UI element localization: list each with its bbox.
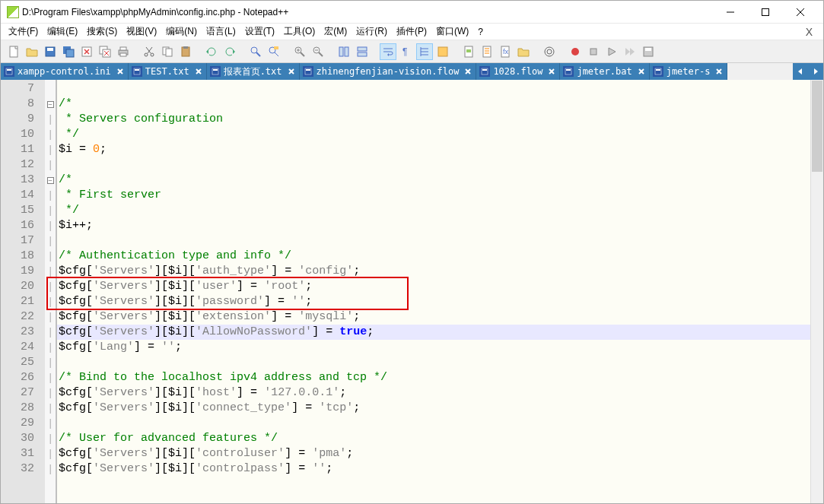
doc-list-icon[interactable] xyxy=(479,43,495,60)
line-number[interactable]: 23 xyxy=(1,325,45,340)
doc-map-icon[interactable] xyxy=(460,43,477,60)
code-line[interactable]: $cfg['Servers'][$i]['password'] = ''; xyxy=(57,294,810,309)
code-line[interactable] xyxy=(57,355,810,370)
line-number[interactable]: 13 xyxy=(1,173,45,188)
menu-run[interactable]: 运行(R) xyxy=(352,24,392,40)
tab-5[interactable]: jmeter.bat xyxy=(560,63,649,80)
code-line[interactable]: * Servers configuration xyxy=(57,112,810,127)
tab-close-icon[interactable] xyxy=(714,67,724,76)
code-line[interactable]: $cfg['Lang'] = ''; xyxy=(57,340,810,355)
code-line[interactable]: */ xyxy=(57,127,810,142)
code-line[interactable]: $cfg['Servers'][$i]['controluser'] = 'pm… xyxy=(57,446,810,461)
userlang-icon[interactable] xyxy=(434,43,451,60)
menu-macro[interactable]: 宏(M) xyxy=(320,24,352,40)
minimize-button[interactable] xyxy=(713,2,747,23)
code-line[interactable] xyxy=(57,157,810,173)
line-number[interactable]: 28 xyxy=(1,401,45,416)
cut-icon[interactable] xyxy=(141,43,157,60)
line-number[interactable]: 22 xyxy=(1,309,45,325)
menu-encoding[interactable]: 编码(N) xyxy=(161,24,202,40)
code-line[interactable]: $cfg['Servers'][$i]['controlpass'] = ''; xyxy=(57,461,810,477)
menu-search[interactable]: 搜索(S) xyxy=(82,24,122,40)
fold-toggle-icon[interactable]: − xyxy=(47,101,54,108)
line-number[interactable]: 16 xyxy=(1,218,45,233)
tab-2[interactable]: 报表首页.txt xyxy=(207,63,300,80)
copy-icon[interactable] xyxy=(159,43,176,60)
line-number[interactable]: 24 xyxy=(1,340,45,355)
line-number[interactable]: 32 xyxy=(1,461,45,477)
code-line[interactable]: /* Bind to the localhost ipv4 address an… xyxy=(57,370,810,385)
code-line[interactable]: /* xyxy=(57,97,810,112)
line-number[interactable]: 12 xyxy=(1,157,45,173)
print-icon[interactable] xyxy=(115,43,132,60)
sync-vscroll-icon[interactable] xyxy=(336,43,352,60)
line-number-gutter[interactable]: 7891011121314151617181920212223242526272… xyxy=(1,80,45,503)
code-line[interactable]: /* xyxy=(57,173,810,188)
tab-0[interactable]: xampp-control.ini xyxy=(1,63,129,80)
tab-close-icon[interactable] xyxy=(116,67,125,76)
code-line[interactable]: /* Authentication type and info */ xyxy=(57,249,810,264)
line-number[interactable]: 11 xyxy=(1,142,45,157)
tab-1[interactable]: TEST.txt xyxy=(129,63,207,80)
tab-6[interactable]: jmeter-s xyxy=(650,63,728,80)
tab-close-icon[interactable] xyxy=(194,67,203,76)
menu-settings[interactable]: 设置(T) xyxy=(240,24,279,40)
paste-icon[interactable] xyxy=(177,43,194,60)
line-number[interactable]: 20 xyxy=(1,279,45,294)
menu-help[interactable]: ? xyxy=(473,25,488,39)
code-line[interactable] xyxy=(57,416,810,431)
menu-edit[interactable]: 编辑(E) xyxy=(43,24,82,40)
line-number[interactable]: 30 xyxy=(1,431,45,446)
line-number[interactable]: 10 xyxy=(1,127,45,142)
fold-cell[interactable]: − xyxy=(45,97,56,112)
scrollbar-thumb[interactable] xyxy=(812,81,822,172)
line-number[interactable]: 27 xyxy=(1,385,45,401)
line-number[interactable]: 8 xyxy=(1,97,45,112)
replace-icon[interactable] xyxy=(266,43,282,60)
open-file-icon[interactable] xyxy=(24,43,40,60)
tab-3[interactable]: zhinengfenjian-vision.flow xyxy=(300,63,477,80)
zoom-out-icon[interactable] xyxy=(310,43,326,60)
sync-hscroll-icon[interactable] xyxy=(354,43,371,60)
maximize-button[interactable] xyxy=(748,2,782,23)
line-number[interactable]: 31 xyxy=(1,446,45,461)
code-line[interactable] xyxy=(57,81,810,97)
find-icon[interactable] xyxy=(247,43,264,60)
menu-language[interactable]: 语言(L) xyxy=(202,24,240,40)
close-file-icon[interactable] xyxy=(78,43,95,60)
code-line[interactable]: $cfg['Servers'][$i]['auth_type'] = 'conf… xyxy=(57,264,810,279)
tab-scroll-left[interactable] xyxy=(793,63,808,80)
indent-guide-icon[interactable] xyxy=(416,43,433,60)
menu-file[interactable]: 文件(F) xyxy=(4,24,43,40)
tab-4[interactable]: 1028.flow xyxy=(476,63,560,80)
menu-window[interactable]: 窗口(W) xyxy=(431,24,473,40)
code-area[interactable]: /* * Servers configuration */$i = 0;/* *… xyxy=(57,80,810,503)
code-line[interactable]: /* User for advanced features */ xyxy=(57,431,810,446)
line-number[interactable]: 29 xyxy=(1,416,45,431)
tab-close-icon[interactable] xyxy=(547,67,556,76)
code-line[interactable]: $cfg['Servers'][$i]['AllowNoPassword'] =… xyxy=(57,325,810,340)
code-line[interactable]: $cfg['Servers'][$i]['host'] = '127.0.0.1… xyxy=(57,385,810,401)
code-line[interactable]: $i++; xyxy=(57,218,810,233)
wordwrap-icon[interactable] xyxy=(380,43,396,60)
zoom-in-icon[interactable] xyxy=(291,43,308,60)
code-line[interactable]: * First server xyxy=(57,188,810,203)
save-all-icon[interactable] xyxy=(60,43,77,60)
line-number[interactable]: 21 xyxy=(1,294,45,309)
function-list-icon[interactable]: fx xyxy=(497,43,514,60)
line-number[interactable]: 25 xyxy=(1,355,45,370)
line-number[interactable]: 9 xyxy=(1,112,45,127)
fold-cell[interactable]: − xyxy=(45,173,56,188)
folder-tree-icon[interactable] xyxy=(515,43,532,60)
macro-play-icon[interactable] xyxy=(603,43,620,60)
line-number[interactable]: 17 xyxy=(1,233,45,249)
code-line[interactable]: $cfg['Servers'][$i]['extension'] = 'mysq… xyxy=(57,309,810,325)
save-icon[interactable] xyxy=(42,43,59,60)
code-line[interactable] xyxy=(57,233,810,249)
line-number[interactable]: 7 xyxy=(1,81,45,97)
line-number[interactable]: 14 xyxy=(1,188,45,203)
macro-play-multi-icon[interactable] xyxy=(622,43,638,60)
code-line[interactable]: $i = 0; xyxy=(57,142,810,157)
tab-close-icon[interactable] xyxy=(287,67,296,76)
line-number[interactable]: 26 xyxy=(1,370,45,385)
